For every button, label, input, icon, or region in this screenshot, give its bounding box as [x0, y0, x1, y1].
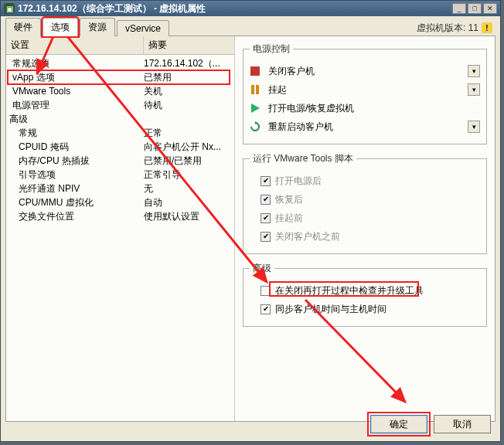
list-item[interactable]: 常规正常 — [6, 126, 234, 140]
list-group-advanced[interactable]: 高级 — [6, 112, 234, 126]
restart-icon — [250, 121, 261, 132]
checkbox — [261, 232, 271, 242]
vm-version-label: 虚拟机版本: 11 — [417, 22, 478, 35]
tab-options[interactable]: 选项 — [43, 18, 78, 36]
power-control-group: 电源控制 关闭客户机 ▾ 挂起 ▾ 打开电源/恢复虚拟机 — [243, 42, 487, 144]
column-header-summary[interactable]: 摘要 — [144, 36, 234, 54]
checkbox — [261, 195, 271, 205]
column-header-setting[interactable]: 设置 — [6, 36, 144, 54]
checkbox-check-upgrade-tools[interactable] — [261, 286, 271, 296]
list-item[interactable]: 引导选项正常引导 — [6, 168, 234, 182]
maximize-button[interactable]: □ — [468, 3, 482, 14]
titlebar: ▣ 172.16.14.102（综合学工测试） - 虚拟机属性 _ □ ✕ — [1, 1, 500, 16]
window-title: 172.16.14.102（综合学工测试） - 虚拟机属性 — [18, 2, 452, 15]
list-item[interactable]: CPUID 掩码向客户机公开 Nx... — [6, 140, 234, 154]
svg-marker-3 — [251, 104, 260, 113]
cancel-button[interactable]: 取消 — [434, 415, 491, 433]
tab-hardware[interactable]: 硬件 — [5, 18, 41, 36]
pause-icon — [250, 84, 261, 95]
checkbox — [261, 213, 271, 223]
stop-icon — [250, 66, 261, 76]
list-item-vmware-tools[interactable]: VMware Tools关机 — [6, 84, 234, 98]
checkbox-sync-guest-time[interactable] — [261, 304, 271, 314]
play-icon — [250, 103, 261, 114]
power-control-legend: 电源控制 — [250, 42, 293, 56]
scripts-legend: 运行 VMware Tools 脚本 — [250, 152, 356, 165]
list-item[interactable]: CPU/MMU 虚拟化自动 — [6, 195, 234, 209]
list-item[interactable]: 交换文件位置使用默认设置 — [6, 209, 234, 223]
tab-vservice[interactable]: vService — [117, 20, 169, 36]
settings-list: 设置 摘要 常规选项172.16.14.102（... vApp 选项已禁用 V… — [6, 36, 235, 421]
power-row: 挂起 ▾ — [250, 80, 480, 99]
power-row: 关闭客户机 ▾ — [250, 62, 480, 80]
svg-rect-0 — [250, 66, 260, 76]
vmware-tools-scripts-group: 运行 VMware Tools 脚本 打开电源后 恢复后 挂起前 关闭客户机之前 — [243, 152, 487, 254]
list-item[interactable]: vApp 选项已禁用 — [6, 70, 234, 84]
app-icon: ▣ — [4, 3, 15, 14]
list-item[interactable]: 常规选项172.16.14.102（... — [6, 56, 234, 70]
list-item[interactable]: 光纤通道 NPIV无 — [6, 182, 234, 195]
close-button[interactable]: ✕ — [483, 3, 497, 14]
power-row: 打开电源/恢复虚拟机 — [250, 99, 480, 117]
dropdown-button[interactable]: ▾ — [468, 121, 480, 133]
advanced-group: 高级 在关闭再打开过程中检查并升级工具 同步客户机时间与主机时间 — [243, 262, 487, 327]
svg-rect-2 — [256, 85, 259, 94]
checkbox — [261, 176, 271, 186]
tab-bar: 硬件 选项 资源 vService — [5, 19, 171, 36]
svg-rect-1 — [251, 85, 254, 94]
list-item[interactable]: 电源管理待机 — [6, 98, 234, 112]
dropdown-button[interactable]: ▾ — [468, 83, 480, 96]
list-item[interactable]: 内存/CPU 热插拔已禁用/已禁用 — [6, 154, 234, 168]
warning-icon: ! — [482, 22, 492, 33]
vm-properties-window: ▣ 172.16.14.102（综合学工测试） - 虚拟机属性 _ □ ✕ 硬件… — [0, 0, 501, 442]
power-row: 重新启动客户机 ▾ — [250, 117, 480, 136]
ok-button[interactable]: 确定 — [370, 415, 427, 433]
tab-resources[interactable]: 资源 — [80, 18, 115, 36]
dropdown-button[interactable]: ▾ — [468, 65, 480, 77]
advanced-legend: 高级 — [250, 262, 274, 275]
minimize-button[interactable]: _ — [452, 3, 466, 14]
